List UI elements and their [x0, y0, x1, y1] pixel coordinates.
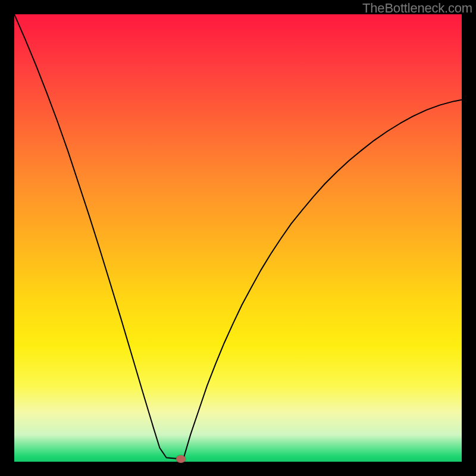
chart-plot-area [14, 14, 462, 462]
chart-curve [14, 14, 462, 462]
chart-curve-path [14, 14, 462, 462]
min-point-marker [176, 455, 186, 463]
chart-frame: TheBottleneck.com [0, 0, 476, 476]
